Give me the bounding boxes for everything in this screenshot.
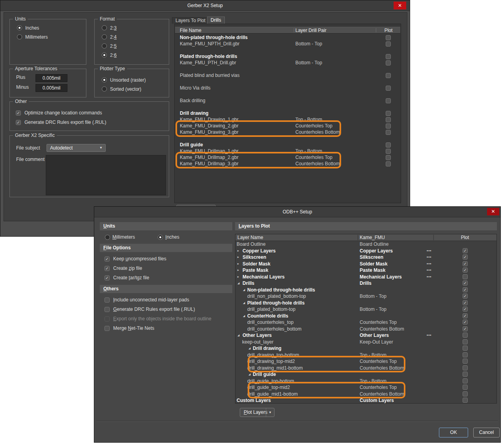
layer-tree-row[interactable]: keep-out_layerKeep-Out Layer bbox=[235, 339, 497, 346]
radio-button[interactable] bbox=[102, 43, 107, 49]
radio-button[interactable] bbox=[102, 77, 107, 82]
drill-table-row[interactable]: Drill guide bbox=[175, 142, 400, 148]
layer-tree-row[interactable]: drill_counterholes_topCounterholes Top✓ bbox=[235, 319, 497, 326]
tab-drills[interactable]: Drills bbox=[207, 17, 225, 24]
checkbox[interactable] bbox=[386, 98, 391, 103]
checkbox[interactable]: ✓ bbox=[463, 261, 468, 266]
checkbox[interactable] bbox=[463, 365, 468, 370]
checkbox[interactable]: ✓ bbox=[463, 254, 468, 260]
checkbox[interactable]: ✓ bbox=[16, 120, 21, 125]
checkbox[interactable]: ✓ bbox=[463, 313, 468, 318]
radio-option[interactable]: 2:3 bbox=[95, 23, 169, 32]
minus-tolerance-input[interactable] bbox=[35, 84, 67, 92]
radio-option[interactable]: Sorted (vector) bbox=[95, 84, 169, 93]
checkbox[interactable] bbox=[386, 117, 391, 122]
expand-arrow-icon[interactable]: ▸ bbox=[237, 267, 239, 274]
radio-option[interactable]: 2:4 bbox=[95, 32, 169, 41]
checkbox[interactable] bbox=[386, 41, 391, 47]
checkbox[interactable] bbox=[463, 352, 468, 357]
ellipsis-button[interactable]: ••• bbox=[427, 254, 431, 261]
checkbox[interactable]: ✓ bbox=[463, 326, 468, 331]
layer-tree-row[interactable]: ◢DrillsDrills✓ bbox=[235, 280, 497, 287]
checkbox[interactable]: ✓ bbox=[463, 300, 468, 305]
layer-tree-row[interactable]: drill_plated_bottom-topBottom - Top✓ bbox=[235, 306, 497, 313]
layer-tree-row[interactable]: drill_guide_top-mid2Counterholes Top bbox=[235, 384, 497, 391]
layer-tree-row[interactable]: drill_drawing_mid1-bottomCounterholes Bo… bbox=[235, 365, 497, 372]
radio-button[interactable] bbox=[102, 25, 107, 30]
checkbox[interactable] bbox=[463, 333, 468, 338]
radio-option[interactable]: Inches bbox=[158, 234, 179, 240]
checkbox[interactable] bbox=[463, 274, 468, 279]
radio-option[interactable]: Millimeters bbox=[10, 32, 86, 41]
checkbox[interactable] bbox=[463, 391, 468, 396]
layer-tree-row[interactable]: Board OutlineBoard Outline bbox=[235, 241, 497, 248]
plus-tolerance-input[interactable] bbox=[35, 74, 67, 82]
checkbox[interactable]: ✓ bbox=[105, 275, 110, 280]
drill-table-row[interactable]: Micro Via drills bbox=[175, 85, 400, 91]
radio-button[interactable] bbox=[102, 86, 107, 92]
drill-table-row[interactable]: Drill drawing bbox=[175, 110, 400, 116]
checkbox[interactable]: ✓ bbox=[463, 320, 468, 325]
collapse-arrow-icon[interactable]: ◢ bbox=[237, 332, 239, 339]
checkbox[interactable] bbox=[463, 372, 468, 377]
drill-table-row[interactable]: Kame_FMU_Drillmap_2.gbrCounterholes Top bbox=[175, 154, 400, 161]
radio-option[interactable]: 2:5 bbox=[95, 41, 169, 50]
layer-tree-row[interactable]: ◢CounterHole drills✓ bbox=[235, 313, 497, 320]
checkbox[interactable] bbox=[463, 398, 468, 403]
checkbox-option[interactable]: Generate DRC Rules export file (.RUL) bbox=[100, 305, 232, 314]
collapse-arrow-icon[interactable]: ◢ bbox=[243, 287, 245, 293]
checkbox[interactable] bbox=[386, 155, 391, 160]
radio-option[interactable]: Millimeters bbox=[105, 234, 135, 240]
checkbox[interactable] bbox=[386, 60, 391, 65]
tab-layers-to-plot[interactable]: Layers To Plot bbox=[172, 17, 209, 24]
layer-tree-row[interactable]: ◢Drill guide bbox=[235, 371, 497, 378]
drill-table-row[interactable]: Kame_FMU_PTH_Drill.gbrBottom - Top bbox=[175, 60, 400, 66]
layer-tree-row[interactable]: drill_guide_top-bottomTop - Bottom bbox=[235, 378, 497, 385]
layer-tree-row[interactable]: ◢Non-plated through-hole drills✓ bbox=[235, 287, 497, 293]
radio-button[interactable] bbox=[17, 34, 22, 39]
radio-option[interactable]: Inches bbox=[10, 23, 86, 32]
checkbox-option[interactable]: ✓Create tar/tgz file bbox=[100, 273, 232, 282]
ellipsis-button[interactable]: ••• bbox=[427, 332, 431, 339]
radio-button[interactable] bbox=[105, 235, 110, 240]
file-subject-select[interactable]: Autodetect ▼ bbox=[47, 144, 106, 152]
checkbox[interactable] bbox=[386, 35, 391, 40]
radio-button[interactable] bbox=[102, 52, 107, 58]
close-button[interactable]: ✕ bbox=[487, 208, 499, 215]
drill-table-row[interactable]: Plated blind and burried vias bbox=[175, 72, 400, 79]
gerber-titlebar[interactable]: Gerber X2 Setup ✕ bbox=[0, 0, 410, 11]
checkbox[interactable] bbox=[463, 378, 468, 383]
checkbox-option[interactable]: ✓Keep uncompressed files bbox=[100, 254, 232, 264]
ellipsis-button[interactable]: ••• bbox=[427, 267, 431, 274]
cancel-button[interactable]: Cancel bbox=[473, 428, 500, 437]
checkbox[interactable] bbox=[105, 326, 110, 331]
drill-table-row[interactable]: Kame_FMU_Drawing_3.gbrCounterholes Botto… bbox=[175, 129, 400, 135]
checkbox[interactable] bbox=[386, 73, 391, 78]
layer-tree-row[interactable]: ▸Paste MaskPaste Mask•••✓ bbox=[235, 267, 497, 274]
checkbox-option[interactable]: Merge Net-Tie Nets bbox=[100, 323, 232, 333]
layer-tree-row[interactable]: ◢Drill drawing bbox=[235, 345, 497, 352]
checkbox[interactable] bbox=[386, 111, 391, 116]
expand-arrow-icon[interactable]: ▸ bbox=[237, 274, 239, 280]
layer-tree-row[interactable]: drill_guide_mid1-bottomCounterholes Bott… bbox=[235, 391, 497, 398]
ellipsis-button[interactable]: ••• bbox=[427, 274, 431, 280]
drill-table-row[interactable]: Plated through-hole drills bbox=[175, 53, 400, 60]
checkbox[interactable] bbox=[386, 54, 391, 59]
layer-tree-row[interactable]: ◢Other LayersOther Layers••• bbox=[235, 332, 497, 339]
collapse-arrow-icon[interactable]: ◢ bbox=[243, 313, 245, 320]
file-comment-textarea[interactable] bbox=[46, 155, 166, 195]
plot-layers-button[interactable]: Plot Layers ▼ bbox=[240, 408, 274, 417]
layer-tree-row[interactable]: drill_drawing_top-mid2Counterholes Top bbox=[235, 358, 497, 365]
checkbox[interactable] bbox=[105, 297, 110, 303]
checkbox[interactable]: ✓ bbox=[105, 256, 110, 262]
checkbox[interactable]: ✓ bbox=[463, 248, 468, 253]
checkbox[interactable]: ✓ bbox=[463, 280, 468, 286]
layer-tree-row[interactable]: ◢Plated through-hole drills✓ bbox=[235, 300, 497, 307]
checkbox[interactable]: ✓ bbox=[16, 110, 21, 116]
layer-tree-row[interactable]: Custom LayersCustom Layers bbox=[235, 397, 497, 404]
collapse-arrow-icon[interactable]: ◢ bbox=[248, 345, 250, 352]
ok-button[interactable]: OK bbox=[439, 428, 468, 437]
collapse-arrow-icon[interactable]: ◢ bbox=[248, 371, 250, 378]
expand-arrow-icon[interactable]: ▸ bbox=[237, 254, 239, 261]
checkbox-option[interactable]: ✓Generate DRC Rules export file (.RUL) bbox=[10, 118, 169, 127]
